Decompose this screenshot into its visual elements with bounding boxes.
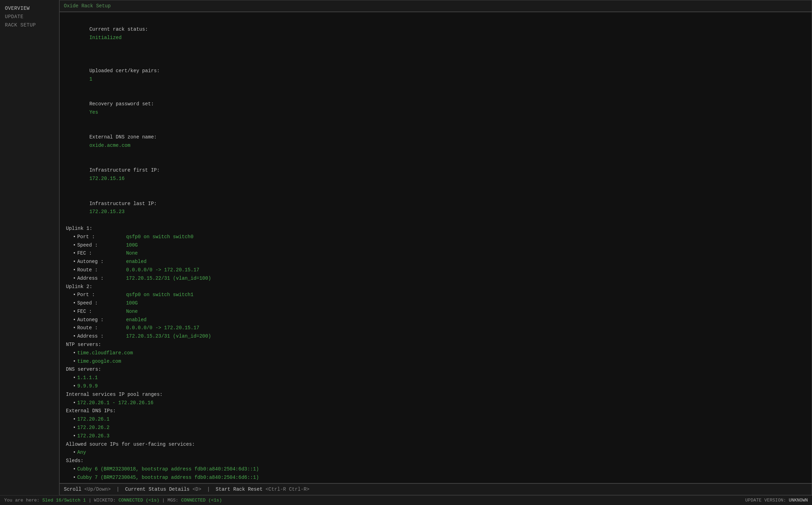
uplink1-port: • Port : qsfp0 on switch switch0 (73, 233, 805, 241)
ntp-header: NTP servers: (66, 341, 805, 349)
allowed-source-ips-header: Allowed source IPs for user-facing servi… (66, 440, 805, 449)
ntp-servers: • time.cloudflare.com • time.google.com (66, 349, 805, 366)
internal-ip-range-1: • 172.20.26.1 - 172.20.26.16 (73, 399, 805, 407)
rack-reset-label: Start Rack Reset (216, 487, 262, 492)
location-value: Sled 16/Switch 1 (42, 498, 86, 503)
uplink2-header: Uplink 2: (66, 283, 805, 291)
mgs-label: MGS: (167, 498, 178, 503)
external-dns-ips-header: External DNS IPs: (66, 407, 805, 415)
external-dns-ips: • 172.20.26.1 • 172.20.26.2 • 172.20.26.… (66, 415, 805, 440)
uplink2-fec: • FEC : None (73, 308, 805, 316)
status-details-label: Current Status Details (125, 487, 190, 492)
main-container: OVERVIEW UPDATE RACK SETUP Oxide Rack Se… (0, 0, 812, 495)
status-right: UPDATE VERSION: UNKNOWN (745, 498, 808, 503)
uplink1-details: • Port : qsfp0 on switch switch0 • Speed… (66, 233, 805, 283)
rack-reset-key: <Ctrl-R Ctrl-R> (265, 487, 309, 492)
rack-status-line: Current rack status: Initialized (66, 17, 805, 50)
external-dns-line: External DNS zone name: oxide.acme.com (66, 125, 805, 158)
mgs-value: CONNECTED (<1s) (181, 498, 222, 503)
allowed-source-ips: • Any (66, 449, 805, 457)
blank-line-1 (66, 50, 805, 59)
dns-server-2: • 9.9.9.9 (73, 382, 805, 391)
scroll-label: Scroll (64, 487, 81, 492)
sleds-header: Sleds: (66, 457, 805, 465)
status-bar: You are here: Sled 16/Switch 1 | WICKETD… (0, 495, 812, 505)
scroll-key: <Up/Down> (84, 487, 111, 492)
sled-item-2: • Cubby 7 (BRM27230045, bootstrap addres… (73, 474, 805, 482)
infra-first-ip-line: Infrastructure first IP: 172.20.15.16 (66, 158, 805, 191)
sled-item-1: • Cubby 6 (BRM23230018, bootstrap addres… (73, 465, 805, 474)
content-area: Oxide Rack Setup Current rack status: In… (59, 0, 812, 495)
status-left: You are here: Sled 16/Switch 1 | WICKETD… (4, 498, 222, 503)
internal-ip-ranges: • 172.20.26.1 - 172.20.26.16 (66, 399, 805, 407)
ntp-server-2: • time.google.com (73, 357, 805, 366)
internal-ip-header: Internal services IP pool ranges: (66, 391, 805, 399)
command-bar: Scroll <Up/Down> | Current Status Detail… (59, 483, 812, 495)
ntp-server-1: • time.cloudflare.com (73, 349, 805, 357)
dns-header: DNS servers: (66, 365, 805, 374)
sidebar-item-overview[interactable]: OVERVIEW (3, 4, 56, 13)
uplink2-port: • Port : qsfp0 on switch switch1 (73, 291, 805, 299)
uplink2-route: • Route : 0.0.0.0/0 -> 172.20.15.17 (73, 324, 805, 332)
external-dns-ip-1: • 172.20.26.1 (73, 415, 805, 424)
update-label: UPDATE VERSION: (745, 498, 786, 503)
external-dns-ip-2: • 172.20.26.2 (73, 424, 805, 432)
dns-server-1: • 1.1.1.1 (73, 374, 805, 382)
sidebar-item-update[interactable]: UPDATE (3, 13, 56, 21)
uplink1-header: Uplink 1: (66, 225, 805, 233)
uplink1-autoneg: • Autoneg : enabled (73, 258, 805, 266)
content-panel[interactable]: Current rack status: Initialized Uploade… (59, 12, 812, 483)
update-value: UNKNOWN (789, 498, 808, 503)
wicketd-value: CONNECTED (<1s) (119, 498, 159, 503)
uplink1-speed: • Speed : 100G (73, 241, 805, 250)
status-details-key: <D> (193, 487, 201, 492)
header-title: Oxide Rack Setup (64, 3, 111, 9)
uplink2-speed: • Speed : 100G (73, 299, 805, 308)
uplink2-details: • Port : qsfp0 on switch switch1 • Speed… (66, 291, 805, 341)
dns-servers: • 1.1.1.1 • 9.9.9.9 (66, 374, 805, 391)
infra-last-ip-line: Infrastructure last IP: 172.20.15.23 (66, 191, 805, 225)
cert-key-line: Uploaded cert/key pairs: 1 (66, 59, 805, 92)
allowed-source-ip-1: • Any (73, 449, 805, 457)
sidebar-item-rack-setup[interactable]: RACK SETUP (3, 21, 56, 29)
uplink1-route: • Route : 0.0.0.0/0 -> 172.20.15.17 (73, 266, 805, 274)
uplink1-address: • Address : 172.20.15.22/31 (vlan_id=100… (73, 274, 805, 283)
sidebar: OVERVIEW UPDATE RACK SETUP (0, 0, 59, 495)
header-bar: Oxide Rack Setup (59, 0, 812, 12)
uplink2-address: • Address : 172.20.15.23/31 (vlan_id=200… (73, 332, 805, 341)
uplink2-autoneg: • Autoneg : enabled (73, 316, 805, 324)
wicketd-label: WICKETD: (94, 498, 115, 503)
recovery-password-line: Recovery password set: Yes (66, 92, 805, 125)
external-dns-ip-3: • 172.20.26.3 (73, 432, 805, 440)
uplink1-fec: • FEC : None (73, 249, 805, 258)
location-label: You are here: (4, 498, 39, 503)
sleds-list: • Cubby 6 (BRM23230018, bootstrap addres… (66, 465, 805, 483)
